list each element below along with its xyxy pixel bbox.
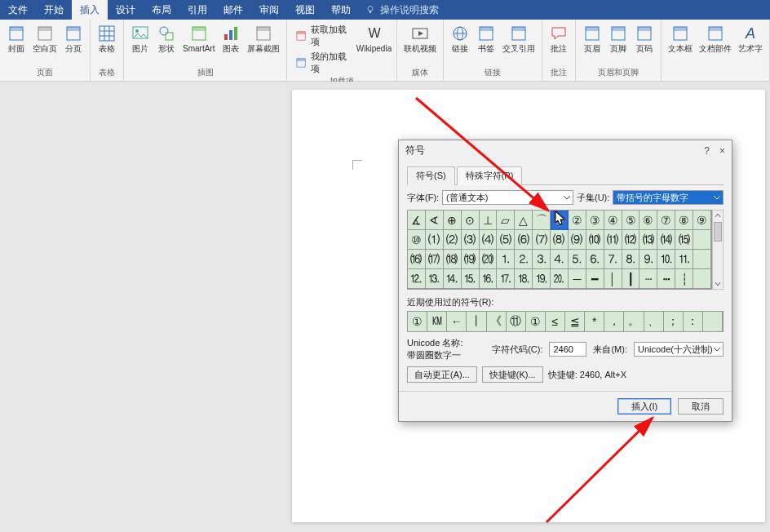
symbol-cell[interactable]: ⑼ [569,230,586,250]
bookmark-button[interactable]: 书签 [475,23,498,55]
symbol-cell[interactable]: ⑥ [639,211,657,230]
recent-symbol-cell[interactable]: ， [604,312,624,331]
menubar-tab-7[interactable]: 审阅 [251,0,287,20]
scroll-up-icon[interactable] [713,211,723,220]
smartart-button[interactable]: SmartArt [181,23,216,55]
symbol-cell[interactable]: ⒓ [408,269,426,289]
symbol-cell[interactable]: ⒙ [515,269,533,289]
recent-symbol-cell[interactable]: ≤ [546,312,565,331]
text-box-button[interactable]: 文本框 [666,23,694,55]
symbol-cell[interactable]: ⊥ [480,211,498,230]
recent-symbol-cell[interactable]: 丨 [467,312,486,331]
recent-symbol-cell[interactable]: ← [447,312,467,331]
symbol-cell[interactable]: ⑶ [462,230,480,250]
recent-symbol-cell[interactable]: 、 [644,312,664,331]
symbol-cell[interactable]: ⒐ [639,250,657,269]
symbol-cell[interactable]: ⒁ [657,230,675,250]
symbol-cell[interactable]: ⒏ [622,250,640,269]
symbol-cell[interactable]: ⑾ [604,230,622,250]
menubar-tab-1[interactable]: 开始 [36,0,72,20]
table-button[interactable]: 表格 [95,23,118,55]
menubar-tab-3[interactable]: 设计 [108,0,144,20]
word-art-button[interactable]: A艺术字 [737,23,764,55]
recent-symbol-cell[interactable]: ⑪ [507,312,526,331]
subset-select[interactable]: 带括号的字母数字 [613,190,724,205]
dialog-tab-1[interactable]: 特殊字符(P) [457,166,523,185]
symbol-cell[interactable]: ⒆ [462,250,480,269]
my-addins-button[interactable]: 我的加载项 [292,50,353,76]
symbol-cell[interactable]: ⒉ [515,250,533,269]
blank-page-button[interactable]: 空白页 [31,23,59,55]
symbol-cell[interactable]: ⒕ [444,269,462,289]
shortcut-key-button[interactable]: 快捷键(K)... [482,366,543,383]
scroll-thumb[interactable] [714,222,722,242]
symbol-cell[interactable]: ⒘ [497,269,515,289]
symbol-cell[interactable] [693,250,711,269]
symbol-cell[interactable]: ⑹ [515,230,533,250]
menubar-tab-0[interactable]: 文件 [0,0,36,20]
help-button[interactable]: ? [704,145,710,157]
symbol-cell[interactable] [693,269,711,289]
symbol-cell[interactable]: ⒍ [586,250,604,269]
scroll-down-icon[interactable] [713,279,723,289]
symbol-cell[interactable]: ⑸ [497,230,515,250]
symbol-cell[interactable]: ③ [586,211,604,230]
picture-button[interactable]: 图片 [129,23,152,55]
screenshot-button[interactable]: 屏幕截图 [246,23,281,55]
tell-me[interactable]: 操作说明搜索 [359,0,445,20]
symbol-cell[interactable]: ┃ [622,269,640,289]
symbol-cell[interactable]: ┆ [675,269,693,289]
autocorrect-button[interactable]: 自动更正(A)... [407,366,477,383]
insert-button[interactable]: 插入(I) [617,398,671,415]
symbol-cell[interactable]: ∢ [426,211,444,230]
symbol-cell[interactable]: ∡ [408,211,426,230]
symbol-cell[interactable]: ▱ [497,211,515,230]
symbol-cell[interactable]: ⒛ [551,269,569,289]
get-addins-button[interactable]: 获取加载项 [292,23,353,49]
symbol-cell[interactable]: ⑩ [408,230,426,250]
dialog-tab-0[interactable]: 符号(S) [407,166,455,185]
symbol-cell[interactable]: ⒀ [639,230,657,250]
symbol-cell[interactable]: ⑷ [480,230,498,250]
symbol-cell[interactable]: ⒔ [426,269,444,289]
symbol-cell[interactable]: ⒃ [408,250,426,269]
wikipedia-button[interactable]: WWikipedia [356,23,392,55]
symbol-cell[interactable]: ⒇ [480,250,498,269]
symbol-cell[interactable]: ④ [604,211,622,230]
symbol-cell[interactable]: ⒋ [551,250,569,269]
recent-symbol-cell[interactable]: * [585,312,604,331]
menubar-tab-4[interactable]: 布局 [144,0,179,20]
comment-button[interactable]: 批注 [547,23,570,55]
symbol-cell[interactable]: ⑧ [675,211,693,230]
symbol-cell[interactable]: ⊕ [444,211,462,230]
page-break-button[interactable]: 分页 [62,23,85,55]
symbol-cell[interactable]: ⑵ [444,230,462,250]
chart-button[interactable]: 图表 [219,23,242,55]
symbol-cell[interactable]: ⒂ [675,230,693,250]
online-video-button[interactable]: 联机视频 [402,23,438,55]
menubar-tab-9[interactable]: 帮助 [323,0,359,20]
symbol-cell[interactable]: ⒖ [462,269,480,289]
symbol-cell[interactable]: ⒊ [533,250,551,269]
recent-symbol-cell[interactable]: ： [684,312,703,331]
cross-ref-button[interactable]: 交叉引用 [501,23,537,55]
menubar-tab-2[interactable]: 插入 [72,0,108,20]
symbol-cell[interactable]: ⒄ [426,250,444,269]
dialog-titlebar[interactable]: 符号 ? × [399,140,732,161]
symbol-cell[interactable]: ⑽ [586,230,604,250]
symbol-cell[interactable]: ⑺ [533,230,551,250]
menubar-tab-6[interactable]: 邮件 [215,0,251,20]
recent-symbol-cell[interactable]: ； [664,312,684,331]
font-select[interactable]: (普通文本) [442,190,573,205]
symbol-cell[interactable]: ⒈ [497,250,515,269]
symbol-cell[interactable]: ⌒ [533,211,551,230]
symbol-cell[interactable]: ⑨ [693,211,711,230]
symbol-cell[interactable]: ⑴ [426,230,444,250]
recent-symbol-cell[interactable]: 。 [624,312,644,331]
symbol-cell[interactable]: ⑤ [622,211,640,230]
symbol-cell[interactable]: ⑻ [551,230,569,250]
symbol-cell[interactable]: △ [515,211,533,230]
recent-symbol-cell[interactable]: ① [408,312,427,331]
recent-symbol-cell[interactable]: ≦ [565,312,585,331]
symbol-cell[interactable]: ⑿ [622,230,640,250]
